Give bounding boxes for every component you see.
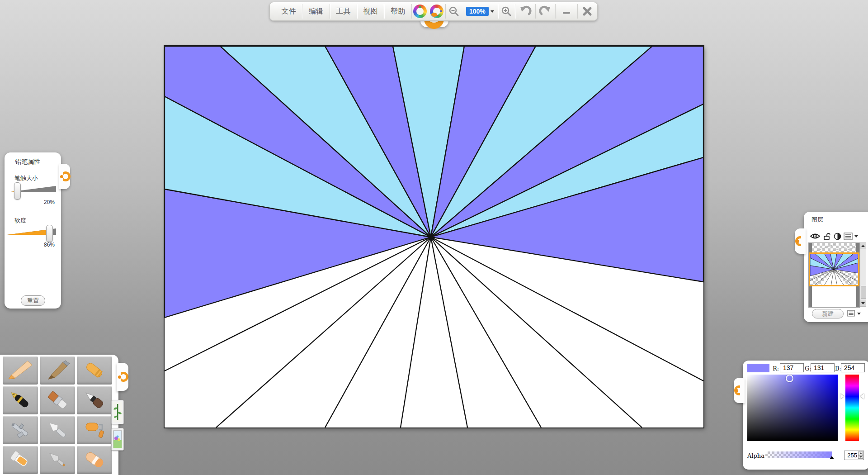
alpha-value: 255 <box>847 452 857 459</box>
picture-stamp-pack-button[interactable] <box>111 428 124 451</box>
scroll-up-button[interactable] <box>860 243 866 249</box>
eraser-icon <box>82 450 107 470</box>
alpha-value-box[interactable]: 255 <box>844 451 864 460</box>
zoom-dropdown-caret[interactable] <box>491 10 494 13</box>
layers-panel-drag-tab[interactable] <box>795 228 806 254</box>
close-button[interactable] <box>578 2 597 20</box>
tool-eraser[interactable] <box>77 446 112 474</box>
current-color-swatch <box>747 364 769 372</box>
minimize-button[interactable] <box>556 2 577 20</box>
layer-list-scrollbar[interactable] <box>860 242 866 307</box>
new-layer-menu-caret[interactable] <box>857 313 861 315</box>
alpha-label: Alpha <box>747 452 764 459</box>
tool-paint-jar[interactable] <box>3 446 38 474</box>
paint-jar-icon <box>8 450 33 470</box>
menu-tools[interactable]: 工具 <box>330 2 357 20</box>
airbrush-icon <box>8 420 33 441</box>
color-picker-panel: R: G: B: Alpha 255 <box>743 361 868 470</box>
hue-strip[interactable] <box>845 375 859 441</box>
menu-file[interactable]: 文件 <box>275 2 302 20</box>
saturation-value-gradient[interactable] <box>747 375 838 441</box>
tool-fountain-pen[interactable] <box>3 386 38 414</box>
tool-palette-knife[interactable] <box>40 416 75 444</box>
tool-palette-panel <box>0 355 118 475</box>
main-toolbar: 文件 编辑 工具 视图 帮助 100% <box>269 2 598 21</box>
layer-unlock-icon[interactable] <box>823 233 832 242</box>
softness-slider[interactable] <box>7 228 56 239</box>
blue-label: B: <box>835 365 841 372</box>
hue-marker-right[interactable] <box>860 394 864 399</box>
alpha-slider[interactable] <box>765 451 832 458</box>
layers-panel-title: 图层 <box>811 216 823 224</box>
pencil-icon <box>8 360 33 381</box>
zoom-level-combo[interactable]: 100% <box>462 2 498 20</box>
spatula-icon <box>45 450 70 470</box>
menu-edit[interactable]: 编辑 <box>302 2 329 20</box>
zoom-in-button[interactable] <box>498 2 515 20</box>
tool-ink-brush[interactable] <box>77 386 112 414</box>
alpha-spin-up[interactable] <box>858 451 863 455</box>
clown-left-eye-icon <box>412 2 429 20</box>
red-field[interactable] <box>780 363 804 372</box>
brush-size-slider-thumb[interactable] <box>14 182 21 200</box>
bamboo-brush-pack-button[interactable] <box>111 400 124 424</box>
tool-paint-roller[interactable] <box>77 416 112 444</box>
menu-help[interactable]: 帮助 <box>384 2 411 20</box>
scrollbar-thumb[interactable] <box>861 286 866 299</box>
menu-view[interactable]: 视图 <box>357 2 384 20</box>
scroll-down-button[interactable] <box>860 300 866 306</box>
paint-brush-icon <box>45 390 70 411</box>
red-label: R: <box>773 365 779 372</box>
palette-knife-icon <box>45 420 70 441</box>
undo-button[interactable] <box>515 2 535 20</box>
zoom-out-button[interactable] <box>446 2 462 20</box>
hue-marker-left[interactable] <box>840 394 844 399</box>
tool-spatula[interactable] <box>40 446 75 474</box>
brush-size-label: 笔触大小 <box>14 174 38 182</box>
new-layer-menu-list-icon[interactable] <box>847 310 855 318</box>
tool-palette-drag-tab[interactable] <box>117 363 128 391</box>
alpha-marker[interactable] <box>830 456 834 459</box>
layer-list <box>808 242 860 308</box>
fountain-pen-icon <box>8 390 33 411</box>
redo-button[interactable] <box>535 2 555 20</box>
reset-button[interactable]: 重置 <box>21 295 45 306</box>
brush-size-slider[interactable] <box>7 185 56 197</box>
layer-menu-list-icon[interactable] <box>844 233 853 242</box>
drawing-canvas[interactable] <box>165 46 703 428</box>
charcoal-stick-icon <box>45 360 70 381</box>
pencil-properties-panel: 铅笔属性 笔触大小 20% 软度 86% 重置 <box>5 152 61 309</box>
tool-charcoal-stick[interactable] <box>40 356 75 385</box>
layer-row-sketch[interactable] <box>809 243 859 252</box>
tool-crayon[interactable] <box>77 356 112 385</box>
sv-cursor-ring[interactable] <box>786 375 793 382</box>
layer-row-starburst-selected[interactable] <box>809 252 859 286</box>
paint-roller-icon <box>82 420 107 441</box>
pencil-panel-title: 铅笔属性 <box>15 158 40 166</box>
ink-brush-icon <box>82 390 107 411</box>
tool-paint-brush[interactable] <box>40 386 75 414</box>
green-field[interactable] <box>811 363 835 372</box>
blue-field[interactable] <box>841 363 865 372</box>
layers-panel: 图层 新建 <box>804 212 868 322</box>
color-panel-drag-tab[interactable] <box>734 378 745 403</box>
softness-value: 86% <box>44 242 55 248</box>
tool-pencil[interactable] <box>3 356 38 385</box>
pencil-panel-drag-tab[interactable] <box>59 164 70 189</box>
clown-nose-icon <box>431 13 437 17</box>
layer-menu-caret[interactable] <box>854 235 858 238</box>
crayon-icon <box>82 360 107 381</box>
clown-right-eye-icon <box>429 2 445 20</box>
layer-row-background[interactable] <box>809 286 859 307</box>
new-layer-button[interactable]: 新建 <box>812 309 844 318</box>
softness-slider-thumb[interactable] <box>46 225 53 242</box>
softness-label: 软度 <box>14 217 26 225</box>
layer-visibility-eye-icon[interactable] <box>810 233 821 242</box>
alpha-spin-down[interactable] <box>858 455 863 459</box>
layer-opacity-icon[interactable] <box>834 233 841 242</box>
tool-airbrush[interactable] <box>3 416 38 444</box>
zoom-level-value[interactable]: 100% <box>466 7 489 16</box>
brush-size-value: 20% <box>44 199 55 205</box>
